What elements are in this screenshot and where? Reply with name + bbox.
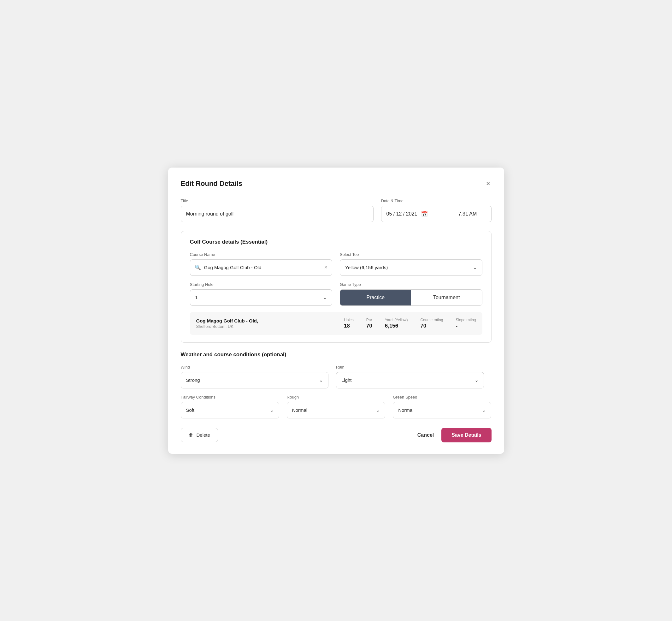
green-speed-group: Green Speed Normal ⌄: [393, 395, 491, 418]
search-icon: 🔍: [195, 264, 201, 271]
rain-value: Light: [341, 377, 474, 383]
course-name-label: Course Name: [190, 252, 333, 257]
practice-button[interactable]: Practice: [340, 290, 411, 305]
wind-value: Strong: [186, 377, 319, 383]
course-bottom-row: Starting Hole 1 ⌄ Game Type Practice Tou…: [190, 282, 482, 306]
cancel-button[interactable]: Cancel: [417, 432, 434, 438]
chevron-down-icon: ⌄: [319, 377, 323, 383]
conditions-row-2: Fairway Conditions Soft ⌄ Rough Normal ⌄…: [181, 395, 492, 418]
course-info-main: Gog Magog Golf Club - Old, Shelford Bott…: [196, 318, 332, 329]
calendar-icon: 📅: [421, 210, 428, 217]
course-info-location: Shelford Bottom, UK: [196, 324, 332, 329]
select-tee-label: Select Tee: [340, 252, 482, 257]
fairway-label: Fairway Conditions: [181, 395, 279, 400]
rough-group: Rough Normal ⌄: [287, 395, 385, 418]
chevron-down-icon: ⌄: [473, 264, 477, 271]
delete-button[interactable]: 🗑 Delete: [181, 428, 218, 442]
game-type-group: Game Type Practice Tournament: [340, 282, 482, 306]
datetime-label: Date & Time: [381, 199, 492, 203]
rain-dropdown[interactable]: Light ⌄: [336, 372, 484, 388]
title-field-group: Title: [181, 199, 374, 222]
starting-hole-label: Starting Hole: [190, 282, 333, 287]
yards-value: 6,156: [385, 323, 398, 329]
course-rating-label: Course rating: [420, 318, 443, 322]
course-name-input[interactable]: 🔍 Gog Magog Golf Club - Old ×: [190, 259, 333, 276]
game-type-toggle: Practice Tournament: [340, 289, 482, 306]
chevron-down-icon: ⌄: [474, 377, 478, 383]
time-input-wrap[interactable]: 7:31 AM: [444, 206, 492, 222]
wind-label: Wind: [181, 365, 329, 370]
par-label: Par: [366, 318, 372, 322]
course-info-name: Gog Magog Golf Club - Old,: [196, 318, 332, 323]
fairway-group: Fairway Conditions Soft ⌄: [181, 395, 279, 418]
tournament-button[interactable]: Tournament: [411, 290, 482, 305]
conditions-row-1: Wind Strong ⌄ Rain Light ⌄: [181, 365, 492, 388]
datetime-group: 05 / 12 / 2021 📅 7:31 AM: [381, 206, 492, 222]
green-speed-value: Normal: [398, 407, 482, 413]
date-input-wrap[interactable]: 05 / 12 / 2021 📅: [381, 206, 444, 222]
course-section: Golf Course details (Essential) Course N…: [181, 231, 492, 343]
game-type-label: Game Type: [340, 282, 482, 287]
modal-title: Edit Round Details: [181, 179, 243, 188]
date-value: 05 / 12 / 2021: [386, 211, 417, 217]
green-speed-dropdown[interactable]: Normal ⌄: [393, 402, 491, 418]
delete-label: Delete: [197, 432, 210, 438]
green-speed-label: Green Speed: [393, 395, 491, 400]
course-rating-value: 70: [420, 323, 426, 329]
slope-rating-label: Slope rating: [456, 318, 476, 322]
starting-hole-group: Starting Hole 1 ⌄: [190, 282, 333, 306]
rough-dropdown[interactable]: Normal ⌄: [287, 402, 385, 418]
course-section-title: Golf Course details (Essential): [190, 239, 482, 245]
chevron-down-icon: ⌄: [270, 407, 274, 413]
conditions-section: Weather and course conditions (optional)…: [181, 351, 492, 418]
title-input[interactable]: [181, 206, 374, 222]
select-tee-value: Yellow (6,156 yards): [345, 265, 473, 270]
rough-value: Normal: [292, 407, 376, 413]
starting-hole-dropdown[interactable]: 1 ⌄: [190, 289, 333, 306]
conditions-title: Weather and course conditions (optional): [181, 351, 492, 358]
datetime-field-group: Date & Time 05 / 12 / 2021 📅 7:31 AM: [381, 199, 492, 222]
close-button[interactable]: ×: [485, 179, 492, 189]
holes-value: 18: [344, 323, 350, 329]
clear-icon[interactable]: ×: [324, 264, 328, 271]
slope-rating-value: -: [456, 323, 458, 329]
par-value: 70: [366, 323, 372, 329]
holes-label: Holes: [344, 318, 354, 322]
fairway-value: Soft: [186, 407, 270, 413]
holes-stat: Holes 18: [344, 318, 354, 329]
footer-right: Cancel Save Details: [417, 428, 492, 443]
rain-label: Rain: [336, 365, 484, 370]
select-tee-dropdown[interactable]: Yellow (6,156 yards) ⌄: [340, 259, 482, 276]
chevron-down-icon: ⌄: [376, 407, 380, 413]
course-name-group: Course Name 🔍 Gog Magog Golf Club - Old …: [190, 252, 333, 276]
starting-hole-value: 1: [195, 295, 323, 300]
trash-icon: 🗑: [189, 432, 194, 438]
wind-group: Wind Strong ⌄: [181, 365, 329, 388]
select-tee-group: Select Tee Yellow (6,156 yards) ⌄: [340, 252, 482, 276]
course-name-value: Gog Magog Golf Club - Old: [204, 265, 321, 270]
course-top-row: Course Name 🔍 Gog Magog Golf Club - Old …: [190, 252, 482, 276]
slope-rating-stat: Slope rating -: [456, 318, 476, 329]
yards-label: Yards(Yellow): [385, 318, 408, 322]
title-label: Title: [181, 199, 374, 203]
rain-group: Rain Light ⌄: [336, 365, 484, 388]
rough-label: Rough: [287, 395, 385, 400]
wind-dropdown[interactable]: Strong ⌄: [181, 372, 329, 388]
time-value: 7:31 AM: [458, 211, 477, 217]
par-stat: Par 70: [366, 318, 372, 329]
course-info-row: Gog Magog Golf Club - Old, Shelford Bott…: [190, 312, 482, 335]
top-row: Title Date & Time 05 / 12 / 2021 📅 7:31 …: [181, 199, 492, 222]
yards-stat: Yards(Yellow) 6,156: [385, 318, 408, 329]
chevron-down-icon: ⌄: [482, 407, 486, 413]
fairway-dropdown[interactable]: Soft ⌄: [181, 402, 279, 418]
course-rating-stat: Course rating 70: [420, 318, 443, 329]
modal-header: Edit Round Details ×: [181, 179, 492, 189]
chevron-down-icon: ⌄: [323, 294, 327, 300]
edit-round-modal: Edit Round Details × Title Date & Time 0…: [168, 168, 504, 454]
footer-row: 🗑 Delete Cancel Save Details: [181, 425, 492, 443]
save-button[interactable]: Save Details: [442, 428, 491, 443]
